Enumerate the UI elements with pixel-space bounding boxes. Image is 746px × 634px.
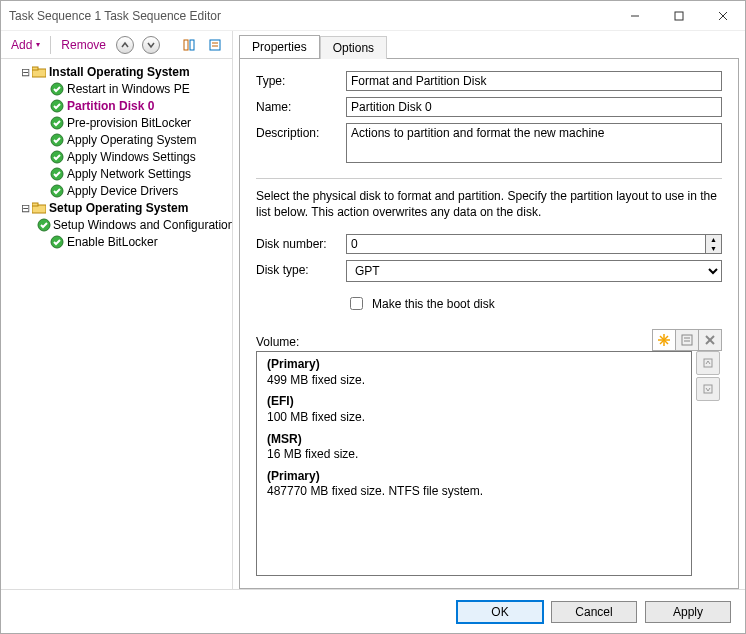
tree-item[interactable]: Setup Windows and Configuration Manager: [3, 217, 230, 233]
minimize-button[interactable]: [613, 1, 657, 31]
tree-item-label: Partition Disk 0: [65, 99, 154, 113]
task-tree[interactable]: ⊟Install Operating SystemRestart in Wind…: [1, 59, 232, 572]
tree-item[interactable]: Apply Device Drivers: [3, 183, 230, 199]
move-up-button[interactable]: [114, 34, 136, 56]
editor-window: Task Sequence 1 Task Sequence Editor Add…: [0, 0, 746, 634]
apply-button[interactable]: Apply: [645, 601, 731, 623]
tree-item-label: Enable BitLocker: [65, 235, 158, 249]
new-volume-button[interactable]: [652, 329, 676, 351]
check-icon: [49, 183, 65, 199]
volume-list[interactable]: (Primary)499 MB fixed size.(EFI)100 MB f…: [256, 351, 692, 576]
volume-name: (EFI): [267, 394, 681, 410]
properties-panel: Type: Name: Description: Actions to part…: [239, 58, 739, 589]
volume-item[interactable]: (MSR)16 MB fixed size.: [257, 429, 691, 466]
name-field[interactable]: [346, 97, 722, 117]
spin-up-icon[interactable]: ▲: [706, 235, 721, 244]
ok-button[interactable]: OK: [457, 601, 543, 623]
volume-item[interactable]: (EFI)100 MB fixed size.: [257, 391, 691, 428]
collapse-icon[interactable]: ⊟: [19, 202, 31, 215]
cancel-button[interactable]: Cancel: [551, 601, 637, 623]
tree-item[interactable]: Partition Disk 0: [3, 98, 230, 114]
check-icon: [49, 149, 65, 165]
volume-item[interactable]: (Primary)499 MB fixed size.: [257, 354, 691, 391]
tree-item-label: Pre-provision BitLocker: [65, 116, 191, 130]
type-field: [346, 71, 722, 91]
tree-item[interactable]: Restart in Windows PE: [3, 81, 230, 97]
divider: [256, 178, 722, 179]
tab-strip: Properties Options: [239, 35, 739, 58]
folder-icon: [31, 200, 47, 216]
volume-detail: 499 MB fixed size.: [267, 373, 681, 389]
dialog-buttons: OK Cancel Apply: [1, 589, 745, 633]
tab-properties[interactable]: Properties: [239, 35, 320, 58]
folder-icon: [31, 64, 47, 80]
svg-rect-6: [210, 40, 220, 50]
move-down-button[interactable]: [140, 34, 162, 56]
tree-item-label: Setup Windows and Configuration Manager: [51, 218, 232, 232]
tree-item-label: Apply Operating System: [65, 133, 196, 147]
volume-move-down-button[interactable]: [696, 377, 720, 401]
description-label: Description:: [256, 123, 346, 140]
maximize-button[interactable]: [657, 1, 701, 31]
window-title: Task Sequence 1 Task Sequence Editor: [9, 9, 613, 23]
boot-disk-checkbox[interactable]: [350, 297, 363, 310]
toolbar-icon-1[interactable]: [178, 34, 200, 56]
sparkle-icon: [657, 333, 671, 347]
volume-detail: 487770 MB fixed size. NTFS file system.: [267, 484, 681, 500]
tree-group-label: Install Operating System: [47, 65, 190, 79]
description-field[interactable]: Actions to partition and format the new …: [346, 123, 722, 163]
volume-move-up-button[interactable]: [696, 351, 720, 375]
check-icon: [49, 132, 65, 148]
svg-rect-1: [675, 12, 683, 20]
add-menu[interactable]: Add: [7, 36, 44, 54]
tree-group[interactable]: ⊟Install Operating System: [3, 64, 230, 80]
check-icon: [49, 115, 65, 131]
tree-group-label: Setup Operating System: [47, 201, 188, 215]
toolbar-icon-2[interactable]: [204, 34, 226, 56]
delete-icon: [704, 334, 716, 346]
tree-item[interactable]: Apply Operating System: [3, 132, 230, 148]
volume-label: Volume:: [256, 335, 653, 351]
disk-number-label: Disk number:: [256, 234, 346, 251]
name-label: Name:: [256, 97, 346, 114]
tree-item[interactable]: Apply Network Settings: [3, 166, 230, 182]
tree-horizontal-scrollbar[interactable]: [1, 572, 232, 589]
tree-group[interactable]: ⊟Setup Operating System: [3, 200, 230, 216]
tree-item[interactable]: Apply Windows Settings: [3, 149, 230, 165]
tree-item-label: Apply Windows Settings: [65, 150, 196, 164]
separator: [50, 36, 51, 54]
tree-item[interactable]: Pre-provision BitLocker: [3, 115, 230, 131]
disk-number-spinner[interactable]: ▲▼: [346, 234, 722, 254]
page-up-icon: [702, 357, 714, 369]
page-down-icon: [702, 383, 714, 395]
tree-item-label: Restart in Windows PE: [65, 82, 190, 96]
svg-rect-19: [32, 203, 38, 206]
volume-name: (MSR): [267, 432, 681, 448]
volume-item[interactable]: (Primary)487770 MB fixed size. NTFS file…: [257, 466, 691, 503]
disk-number-field[interactable]: [346, 234, 706, 254]
tree-item-label: Apply Network Settings: [65, 167, 191, 181]
properties-icon: [681, 334, 693, 346]
collapse-icon[interactable]: ⊟: [19, 66, 31, 79]
tab-options[interactable]: Options: [320, 36, 387, 59]
svg-rect-10: [32, 67, 38, 70]
disk-type-label: Disk type:: [256, 260, 346, 277]
spin-down-icon[interactable]: ▼: [706, 244, 721, 253]
svg-rect-4: [184, 40, 188, 50]
tree-pane: Add Remove ⊟Install Operating SystemRest…: [1, 31, 233, 589]
help-text: Select the physical disk to format and p…: [256, 189, 722, 220]
disk-type-select[interactable]: GPT: [346, 260, 722, 282]
delete-volume-button[interactable]: [698, 329, 722, 351]
volume-properties-button[interactable]: [675, 329, 699, 351]
boot-disk-label: Make this the boot disk: [372, 297, 495, 311]
volume-name: (Primary): [267, 357, 681, 373]
tree-item[interactable]: Enable BitLocker: [3, 234, 230, 250]
volume-detail: 100 MB fixed size.: [267, 410, 681, 426]
check-icon: [49, 81, 65, 97]
svg-rect-26: [682, 335, 692, 345]
check-icon: [49, 234, 65, 250]
remove-button[interactable]: Remove: [57, 36, 110, 54]
close-button[interactable]: [701, 1, 745, 31]
check-icon: [49, 166, 65, 182]
tree-item-label: Apply Device Drivers: [65, 184, 178, 198]
